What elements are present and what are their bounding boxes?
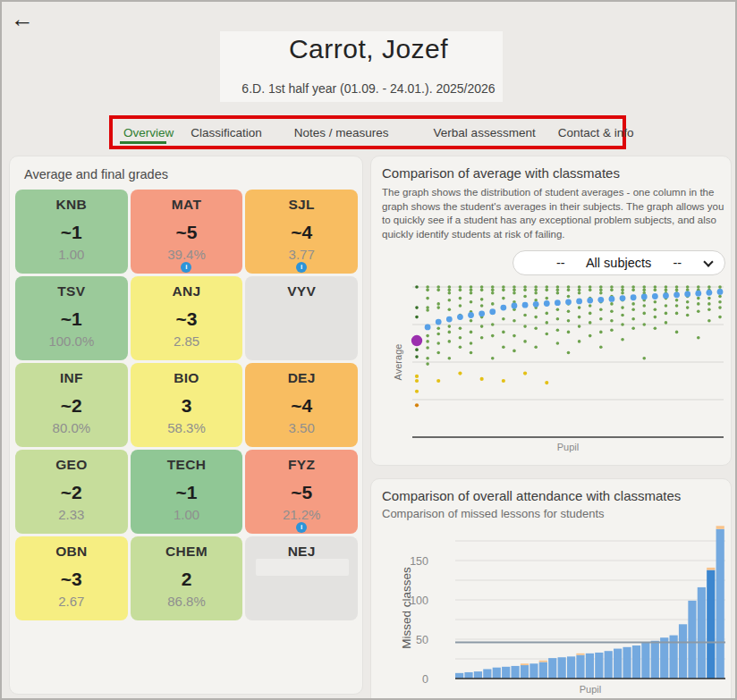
subject-grade: 3 <box>131 395 243 417</box>
annotation-highlight-frame: Overview Classification Notes / measures… <box>109 115 626 149</box>
subject-code: SJL <box>245 197 358 213</box>
subject-average-value: 2.33 <box>15 507 128 522</box>
average-scatter-chart: AveragePupil <box>371 271 733 467</box>
subject-card[interactable]: CHEM 2 86.8% <box>131 536 243 620</box>
attendance-panel-subtitle: Comparison of missed lessons for student… <box>382 507 605 520</box>
subject-code: ANJ <box>131 283 243 299</box>
subject-average-value: 1.00 <box>15 247 128 262</box>
subject-card[interactable]: NEJ <box>245 536 358 620</box>
subject-card[interactable]: VYV <box>245 276 358 360</box>
subject-grade: 2 <box>131 569 243 590</box>
subject-card[interactable]: GEO ~2 2.33 <box>15 450 128 534</box>
subject-code: DEJ <box>245 370 358 386</box>
info-icon[interactable]: i <box>296 262 307 273</box>
bar-x-label: Pupil <box>580 684 601 695</box>
subject-grade: ~1 <box>15 308 128 330</box>
subject-grade: ~1 <box>15 222 128 243</box>
subject-average-value: 2.85 <box>131 333 243 349</box>
subject-card[interactable]: DEJ ~4 3.50 <box>245 363 358 447</box>
subject-card[interactable]: BIO 3 58.3% <box>131 363 243 447</box>
subject-card[interactable]: ANJ ~3 2.85 <box>131 276 243 360</box>
subject-code: FYZ <box>245 457 358 473</box>
subject-average-value: 21.2% <box>245 507 358 522</box>
bar-y-label: Missed classes <box>400 567 413 649</box>
subject-code: BIO <box>131 370 243 386</box>
tab-notes-measures[interactable]: Notes / measures <box>294 126 389 139</box>
subject-filter-value: -- All subjects -- <box>556 256 682 270</box>
subject-grade: ~5 <box>131 222 243 243</box>
subject-code: INF <box>15 370 128 386</box>
subject-code: NEJ <box>245 544 358 560</box>
tab-classification[interactable]: Classification <box>191 126 262 139</box>
attendance-comparison-panel: Comparison of overall attendance with cl… <box>370 478 732 700</box>
bar-y-tick: 50 <box>416 634 428 646</box>
average-panel-title: Comparison of average with classmates <box>382 165 620 181</box>
subject-card[interactable]: FYZ ~5 21.2% i <box>245 450 358 534</box>
subject-code: VYV <box>245 283 358 299</box>
bar-y-tick: 150 <box>410 555 428 568</box>
subject-grade: ~3 <box>15 569 128 590</box>
info-icon[interactable]: i <box>181 262 191 273</box>
subject-code: CHEM <box>131 544 243 560</box>
scatter-x-label: Pupil <box>557 442 579 452</box>
subject-card[interactable]: TSV ~1 100.0% <box>15 276 128 360</box>
back-button[interactable]: ← <box>11 7 34 30</box>
grades-panel-title: Average and final grades <box>24 167 168 181</box>
subject-code: KNB <box>15 197 128 213</box>
subject-grade: ~3 <box>131 308 243 330</box>
attendance-bar-chart: 050100150Missed classesPupil <box>371 521 733 700</box>
subject-code: OBN <box>15 544 128 560</box>
tab-contact-info[interactable]: Contact & info <box>558 126 634 139</box>
subject-grade: ~2 <box>15 395 128 417</box>
subject-card[interactable]: MAT ~5 39.4% i <box>131 190 243 274</box>
average-panel-description: The graph shows the distribution of stud… <box>382 186 724 241</box>
subject-average-value: 58.3% <box>131 420 243 435</box>
grade-card-grid: KNB ~1 1.00 MAT ~5 39.4% i SJL ~4 3.77 i… <box>15 190 358 620</box>
subject-average-value: 100.0% <box>15 333 128 349</box>
subject-average-value: 3.50 <box>245 420 358 435</box>
bar-y-tick: 0 <box>422 673 428 686</box>
subject-card[interactable]: OBN ~3 2.67 <box>15 536 128 620</box>
empty-grade-placeholder <box>256 559 349 576</box>
subject-code: GEO <box>15 457 128 473</box>
tab-overview[interactable]: Overview <box>123 126 174 139</box>
subject-code: TSV <box>15 283 128 299</box>
student-name-title: Carrot, Jozef <box>2 34 735 64</box>
grades-panel: Average and final grades KNB ~1 1.00 MAT… <box>9 156 363 695</box>
active-tab-underline <box>120 141 166 144</box>
average-comparison-panel: Comparison of average with classmates Th… <box>370 156 732 466</box>
class-term-subtitle: 6.D. 1st half year (01.09. - 24.01.). 20… <box>2 81 735 96</box>
tab-verbal-assessment[interactable]: Verbal assessment <box>434 126 536 139</box>
subject-grade: ~5 <box>245 482 358 503</box>
subject-grade: ~4 <box>245 395 358 417</box>
info-icon[interactable]: i <box>296 522 307 533</box>
subject-average-value: 39.4% <box>131 247 243 262</box>
subject-average-value: 3.77 <box>245 247 358 262</box>
attendance-panel-title: Comparison of overall attendance with cl… <box>382 488 681 503</box>
subject-code: TECH <box>131 457 243 473</box>
chevron-down-icon <box>703 257 713 266</box>
student-overview-page: ← Carrot, Jozef 6.D. 1st half year (01.0… <box>0 0 737 700</box>
subject-card[interactable]: SJL ~4 3.77 i <box>245 190 358 274</box>
subject-average-value: 2.67 <box>15 594 128 609</box>
subject-grade: ~2 <box>15 482 128 503</box>
subject-average-value: 80.0% <box>15 420 128 435</box>
subject-grade: ~4 <box>245 222 358 243</box>
subject-code: MAT <box>131 197 243 213</box>
scatter-y-label: Average <box>393 344 403 381</box>
subject-card[interactable]: KNB ~1 1.00 <box>15 190 128 274</box>
subject-average-value: 86.8% <box>131 594 243 609</box>
subject-grade: ~1 <box>131 482 243 503</box>
subject-average-value: 1.00 <box>131 507 243 522</box>
subject-card[interactable]: INF ~2 80.0% <box>15 363 128 447</box>
subject-card[interactable]: TECH ~1 1.00 <box>131 450 243 534</box>
